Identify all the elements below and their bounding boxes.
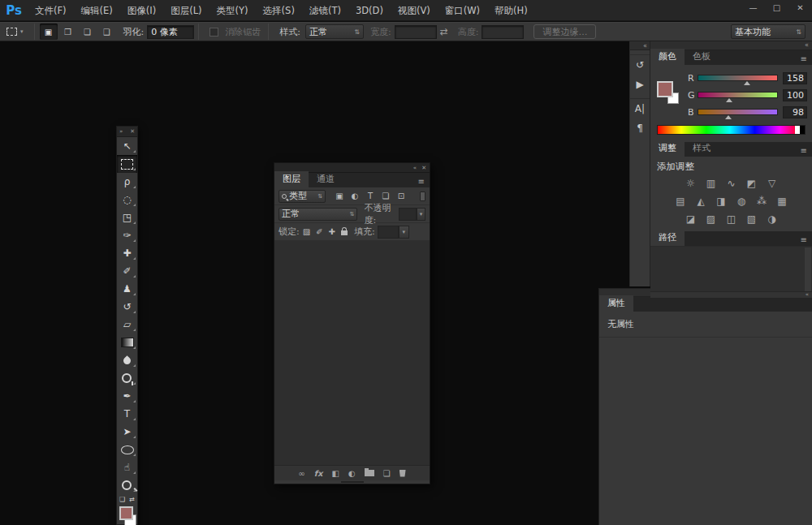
hue-saturation-icon[interactable]: ▤ [673, 195, 688, 208]
add-to-selection-button[interactable]: ❐ [59, 24, 77, 40]
history-brush-tool[interactable]: ↺ [117, 298, 137, 316]
menu-select[interactable]: 选择(S) [256, 0, 302, 21]
history-panel-icon[interactable]: ↺ [630, 55, 650, 75]
layers-list[interactable] [274, 241, 430, 465]
curves-icon[interactable]: ∿ [724, 177, 739, 190]
opacity-input[interactable] [399, 208, 417, 221]
panel-menu-icon[interactable]: ≡ [796, 146, 812, 157]
menu-file[interactable]: 文件(F) [28, 0, 74, 21]
filter-type-select[interactable]: 类型 ⇅ [279, 190, 326, 203]
antialias-checkbox[interactable] [209, 28, 218, 37]
collapse-icon[interactable]: » [119, 128, 123, 135]
paragraph-panel-icon[interactable]: ¶ [630, 118, 650, 138]
menu-layer[interactable]: 图层(L) [163, 0, 209, 21]
color-spectrum-ramp[interactable] [657, 125, 806, 135]
red-value-input[interactable]: 158 [783, 72, 807, 84]
link-layers-icon[interactable]: ∞ [298, 469, 304, 478]
layer-mask-icon[interactable]: ◧ [332, 469, 339, 478]
menu-edit[interactable]: 编辑(E) [74, 0, 120, 21]
fill-drop-icon[interactable]: ▾ [399, 226, 409, 239]
menu-3d[interactable]: 3D(D) [348, 0, 391, 21]
eyedropper-tool[interactable]: ✑ [117, 226, 137, 244]
menu-window[interactable]: 窗口(W) [438, 0, 487, 21]
black-white-icon[interactable]: ◨ [714, 195, 728, 208]
spot-healing-brush-tool[interactable]: ✚ [117, 244, 137, 262]
black-swatch[interactable] [800, 126, 805, 134]
workspace-select[interactable]: 基本功能 ⇅ [731, 24, 806, 39]
scrollbar[interactable] [805, 247, 811, 291]
opacity-drop-icon[interactable]: ▾ [417, 208, 425, 221]
color-lookup-icon[interactable]: ▦ [775, 195, 789, 208]
blur-tool[interactable] [117, 351, 137, 369]
blue-value-input[interactable]: 98 [783, 106, 807, 118]
resize-handle[interactable] [274, 480, 430, 484]
hand-tool[interactable]: ☝ [117, 458, 137, 476]
color-balance-icon[interactable]: ◭ [693, 195, 708, 208]
red-slider-thumb[interactable] [744, 81, 750, 85]
path-selection-tool[interactable]: ➤ [117, 423, 137, 441]
filter-pixel-layers-icon[interactable]: ▣ [334, 191, 345, 200]
tab-styles[interactable]: 样式 [685, 140, 719, 157]
tab-swatches[interactable]: 色板 [685, 49, 719, 65]
channel-mixer-icon[interactable]: ⁂ [754, 195, 769, 208]
filter-shape-layers-icon[interactable]: ❏ [380, 191, 391, 200]
vibrance-icon[interactable]: ▽ [765, 177, 780, 190]
threshold-icon[interactable]: ◫ [724, 213, 739, 226]
quick-selection-tool[interactable]: ◌ [117, 191, 137, 209]
new-layer-icon[interactable]: ❏ [383, 469, 391, 478]
tab-layers[interactable]: 图层 [274, 171, 309, 187]
blend-mode-select[interactable]: 正常 ⇅ [279, 208, 357, 221]
lock-all-icon[interactable] [341, 230, 348, 235]
zoom-tool[interactable] [117, 476, 137, 494]
lock-transparent-pixels-icon[interactable]: ▨ [303, 227, 310, 236]
menu-image[interactable]: 图像(I) [120, 0, 163, 21]
dock-collapse-icon[interactable]: « [630, 41, 650, 50]
subtract-from-selection-button[interactable]: ❏ [79, 24, 97, 40]
brightness-contrast-icon[interactable]: ☼ [684, 177, 698, 190]
tab-adjustments[interactable]: 调整 [650, 140, 685, 157]
actions-panel-icon[interactable]: ▶ [630, 75, 650, 94]
height-input[interactable] [482, 25, 524, 39]
feather-input[interactable]: 0 像素 [147, 25, 194, 39]
minimize-button[interactable]: — [741, 0, 765, 15]
gradient-map-icon[interactable]: ▧ [745, 213, 759, 226]
collapse-icon[interactable]: « [413, 165, 417, 171]
selective-color-icon[interactable]: ◑ [765, 213, 780, 226]
menu-view[interactable]: 视图(V) [391, 0, 438, 21]
close-icon[interactable]: ✕ [130, 128, 135, 135]
tab-channels[interactable]: 通道 [309, 171, 343, 187]
menu-type[interactable]: 类型(Y) [209, 0, 256, 21]
close-button[interactable]: ✕ [788, 0, 812, 15]
tools-panel-header[interactable]: » ✕ [117, 127, 137, 137]
green-value-input[interactable]: 100 [783, 89, 807, 101]
filter-smart-objects-icon[interactable]: ⊡ [395, 191, 407, 200]
rectangular-marquee-tool[interactable] [117, 155, 137, 173]
panel-menu-icon[interactable]: ≡ [796, 235, 812, 246]
lock-position-icon[interactable]: ✚ [329, 227, 335, 236]
photo-filter-icon[interactable]: ◍ [734, 195, 749, 208]
width-input[interactable] [395, 25, 437, 39]
menu-filter[interactable]: 滤镜(T) [302, 0, 348, 21]
lasso-tool[interactable]: ρ [117, 173, 137, 191]
swap-colors-icon[interactable]: ⇄ [129, 496, 135, 503]
type-tool[interactable]: T [117, 405, 137, 423]
levels-icon[interactable]: ▥ [704, 177, 719, 190]
lock-image-pixels-icon[interactable]: ✐ [316, 227, 322, 236]
eraser-tool[interactable]: ▱ [117, 316, 137, 334]
green-slider-thumb[interactable] [726, 98, 732, 102]
close-icon[interactable]: ✕ [421, 165, 426, 171]
exposure-icon[interactable]: ◩ [745, 177, 759, 190]
blue-slider[interactable] [698, 107, 778, 118]
foreground-color-swatch[interactable] [657, 81, 673, 97]
menu-help[interactable]: 帮助(H) [487, 0, 535, 21]
ellipse-tool[interactable] [117, 441, 137, 458]
tool-preset-picker[interactable]: ▾ [0, 28, 30, 36]
maximize-button[interactable]: □ [765, 0, 788, 15]
crop-tool[interactable]: ◳ [117, 209, 137, 226]
move-tool[interactable]: ↖ [117, 137, 137, 155]
posterize-icon[interactable]: ▨ [704, 213, 719, 226]
refine-edge-button[interactable]: 调整边缘… [533, 24, 596, 39]
style-select[interactable]: 正常 ⇅ [305, 24, 364, 39]
green-slider[interactable] [698, 90, 778, 101]
clone-stamp-tool[interactable]: ♟ [117, 280, 137, 298]
